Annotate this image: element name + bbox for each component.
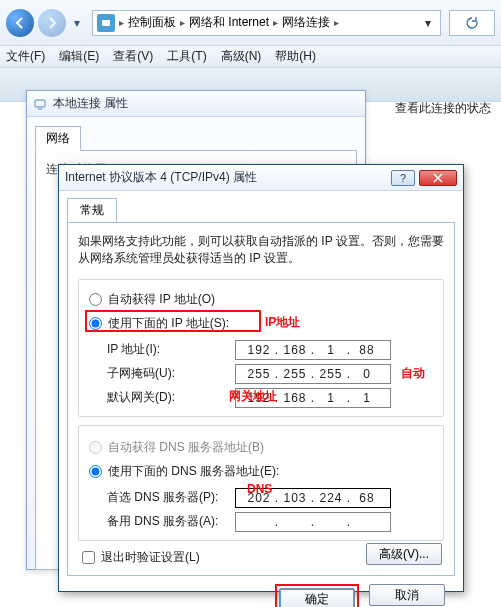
help-button[interactable]: ? xyxy=(391,170,415,186)
ok-button[interactable]: 确定 xyxy=(279,588,355,607)
annotation-auto: 自动 xyxy=(401,365,425,382)
ip-address-label: IP 地址(I): xyxy=(107,341,235,358)
breadcrumb[interactable]: ▸ 控制面板 ▸ 网络和 Internet ▸ 网络连接 ▸ ▾ xyxy=(92,10,441,36)
ipv4-properties-dialog: Internet 协议版本 4 (TCP/IPv4) 属性 ? 常规 如果网络支… xyxy=(58,164,464,592)
history-dropdown[interactable]: ▾ xyxy=(70,14,84,32)
refresh-pane[interactable] xyxy=(449,10,495,36)
chevron-right-icon: ▸ xyxy=(334,17,339,28)
annotation-dns: DNS xyxy=(247,482,272,496)
refresh-icon xyxy=(465,16,479,30)
breadcrumb-item[interactable]: 网络连接 xyxy=(282,14,330,31)
tab-general[interactable]: 常规 xyxy=(67,198,117,223)
chevron-down-icon[interactable]: ▾ xyxy=(420,16,436,30)
menu-file[interactable]: 文件(F) xyxy=(6,48,45,65)
highlight-frame: 确定 xyxy=(275,584,359,607)
description-text: 如果网络支持此功能，则可以获取自动指派的 IP 设置。否则，您需要从网络系统管理… xyxy=(78,233,444,267)
breadcrumb-item[interactable]: 网络和 Internet xyxy=(189,14,269,31)
radio-manual-ip[interactable]: 使用下面的 IP 地址(S): xyxy=(89,315,229,332)
advanced-button[interactable]: 高级(V)... xyxy=(366,543,442,565)
status-text: 查看此连接的状态 xyxy=(395,100,491,117)
ip-group: 自动获得 IP 地址(O) 使用下面的 IP 地址(S): IP地址 IP 地址… xyxy=(78,279,444,417)
close-button[interactable] xyxy=(419,170,457,186)
network-icon xyxy=(97,14,115,32)
chevron-right-icon: ▸ xyxy=(273,17,278,28)
ip-address-input[interactable]: 192. 168. 1. 88 xyxy=(235,340,391,360)
validate-checkbox[interactable] xyxy=(82,551,95,564)
breadcrumb-item[interactable]: 控制面板 xyxy=(128,14,176,31)
menu-tools[interactable]: 工具(T) xyxy=(167,48,206,65)
svg-rect-0 xyxy=(102,20,110,26)
dns1-label: 首选 DNS 服务器(P): xyxy=(107,489,235,506)
back-button[interactable] xyxy=(6,9,34,37)
svg-rect-1 xyxy=(35,100,45,107)
explorer-topbar: ▾ ▸ 控制面板 ▸ 网络和 Internet ▸ 网络连接 ▸ ▾ xyxy=(0,0,501,46)
forward-button[interactable] xyxy=(38,9,66,37)
dialog-title: Internet 协议版本 4 (TCP/IPv4) 属性 xyxy=(65,169,391,186)
annotation-ip: IP地址 xyxy=(265,314,300,331)
arrow-right-icon xyxy=(46,17,58,29)
arrow-left-icon xyxy=(14,17,26,29)
radio-manual-dns[interactable]: 使用下面的 DNS 服务器地址(E): xyxy=(89,463,279,480)
cancel-button[interactable]: 取消 xyxy=(369,584,445,606)
gateway-label: 默认网关(D): xyxy=(107,389,235,406)
dialog-title-bar[interactable]: Internet 协议版本 4 (TCP/IPv4) 属性 ? xyxy=(59,165,463,191)
dns-group: 自动获得 DNS 服务器地址(B) 使用下面的 DNS 服务器地址(E): 首选… xyxy=(78,425,444,541)
validate-label: 退出时验证设置(L) xyxy=(101,549,200,566)
tab-network[interactable]: 网络 xyxy=(35,126,81,151)
menu-bar: 文件(F) 编辑(E) 查看(V) 工具(T) 高级(N) 帮助(H) xyxy=(0,46,501,68)
network-icon xyxy=(33,97,47,111)
chevron-right-icon: ▸ xyxy=(180,17,185,28)
dns2-input[interactable]: . . . xyxy=(235,512,391,532)
annotation-gateway: 网关地址 xyxy=(229,388,277,405)
radio-auto-dns: 自动获得 DNS 服务器地址(B) xyxy=(89,439,264,456)
chevron-right-icon: ▸ xyxy=(119,17,124,28)
radio-auto-ip[interactable]: 自动获得 IP 地址(O) xyxy=(89,291,215,308)
subnet-mask-label: 子网掩码(U): xyxy=(107,365,235,382)
close-icon xyxy=(432,173,444,183)
menu-advanced[interactable]: 高级(N) xyxy=(221,48,262,65)
menu-help[interactable]: 帮助(H) xyxy=(275,48,316,65)
dialog-title-bar[interactable]: 本地连接 属性 xyxy=(27,91,365,117)
dns2-label: 备用 DNS 服务器(A): xyxy=(107,513,235,530)
menu-view[interactable]: 查看(V) xyxy=(113,48,153,65)
dialog-title: 本地连接 属性 xyxy=(53,95,128,112)
menu-edit[interactable]: 编辑(E) xyxy=(59,48,99,65)
subnet-mask-input[interactable]: 255. 255. 255. 0 xyxy=(235,364,391,384)
